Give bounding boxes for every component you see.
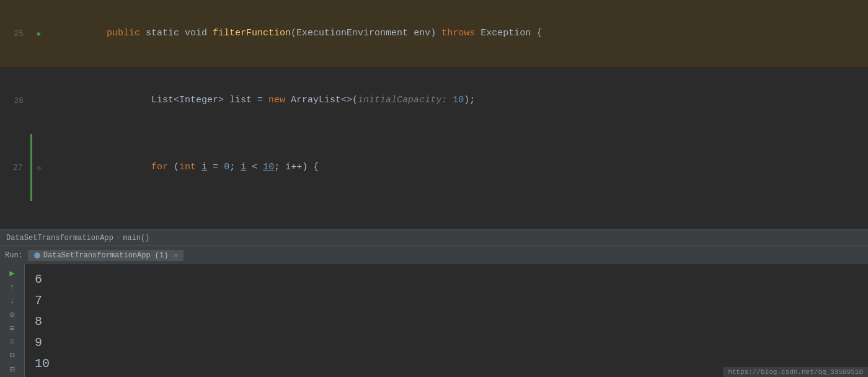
- code-line-27: 27 ◇ for (int i = 0; i < 10; i++) {: [0, 134, 868, 201]
- run-label: Run:: [5, 251, 23, 260]
- print-button[interactable]: ⊟: [5, 364, 20, 375]
- function-name: filterFunction: [213, 28, 291, 38]
- code-content-25: public static void filterFunction(Execut…: [46, 0, 868, 67]
- run-tab-label: DataSetTransformationApp (1): [43, 251, 169, 260]
- snapshot-button[interactable]: ⊙: [5, 309, 20, 320]
- number-10: 10: [453, 95, 464, 105]
- wrap-button[interactable]: ≡: [5, 324, 20, 334]
- code-content-26: List<Integer> list = new ArrayList<>(ini…: [46, 67, 868, 134]
- line-number-25: 25: [0, 0, 31, 67]
- run-tab-app[interactable]: DataSetTransformationApp (1) ✕: [28, 250, 184, 261]
- tab-app-icon: [34, 252, 40, 259]
- keyword-public: public: [107, 28, 140, 38]
- code-content-27: for (int i = 0; i < 10; i++) {: [46, 134, 868, 201]
- gutter-25: ◆: [31, 0, 46, 67]
- scroll-down-button[interactable]: ↓: [5, 296, 20, 306]
- code-editor: 25 ◆ public static void filterFunction(E…: [0, 0, 868, 229]
- code-line-25: 25 ◆ public static void filterFunction(E…: [0, 0, 868, 67]
- keyword-new: new: [268, 95, 285, 105]
- output-line-2: 7: [35, 290, 858, 311]
- run-content: ▶ ↑ ↓ ⊙ ≡ ☺ ⊟ ⊟ 🗑 📌 6 7 8 9 10: [0, 264, 868, 377]
- keyword-throws: throws: [441, 28, 475, 38]
- hint-capacity: initialCapacity:: [358, 95, 453, 105]
- output-line-1: 6: [35, 269, 858, 290]
- run-toolbar: ▶ ↑ ↓ ⊙ ≡ ☺ ⊟ ⊟ 🗑 📌: [0, 264, 25, 377]
- scroll-up-button[interactable]: ↑: [5, 282, 20, 292]
- gutter-27: ◇: [31, 134, 46, 201]
- code-content-28: list.add(i);: [46, 201, 868, 229]
- run-output: 6 7 8 9 10: [25, 264, 868, 377]
- align-button[interactable]: ⊟: [5, 350, 20, 360]
- breadcrumb-method: main(): [123, 234, 149, 242]
- code-lines: 25 ◆ public static void filterFunction(E…: [0, 0, 868, 229]
- output-line-3: 8: [35, 311, 858, 332]
- keyword-int: int: [179, 162, 196, 172]
- breadcrumb-separator: ›: [116, 234, 120, 242]
- gutter-28: [31, 201, 46, 229]
- breadcrumb-bar: DataSetTransformationApp › main(): [0, 229, 868, 246]
- tab-close-icon[interactable]: ✕: [174, 252, 177, 259]
- gutter-26: [31, 67, 46, 134]
- line-number-27: 27: [0, 134, 31, 201]
- breadcrumb-file: DataSetTransformationApp: [6, 234, 113, 242]
- run-tab-bar: Run: DataSetTransformationApp (1) ✕: [0, 246, 868, 264]
- run-panel: Run: DataSetTransformationApp (1) ✕ ▶ ↑ …: [0, 246, 868, 377]
- code-line-26: 26 List<Integer> list = new ArrayList<>(…: [0, 67, 868, 134]
- line-number-28: 28: [0, 201, 31, 229]
- line-number-26: 26: [0, 67, 31, 134]
- output-line-4: 9: [35, 332, 858, 353]
- gutter-diamond-icon: ◇: [37, 164, 41, 172]
- user-button[interactable]: ☺: [5, 337, 20, 346]
- status-url: https://blog.csdn.net/qq_33589510: [728, 368, 863, 376]
- play-button[interactable]: ▶: [5, 268, 20, 278]
- bookmark-icon: ◆: [36, 30, 40, 38]
- status-bar: https://blog.csdn.net/qq_33589510: [723, 367, 868, 377]
- keyword-for: for: [107, 162, 168, 172]
- code-line-28: 28 list.add(i);: [0, 201, 868, 229]
